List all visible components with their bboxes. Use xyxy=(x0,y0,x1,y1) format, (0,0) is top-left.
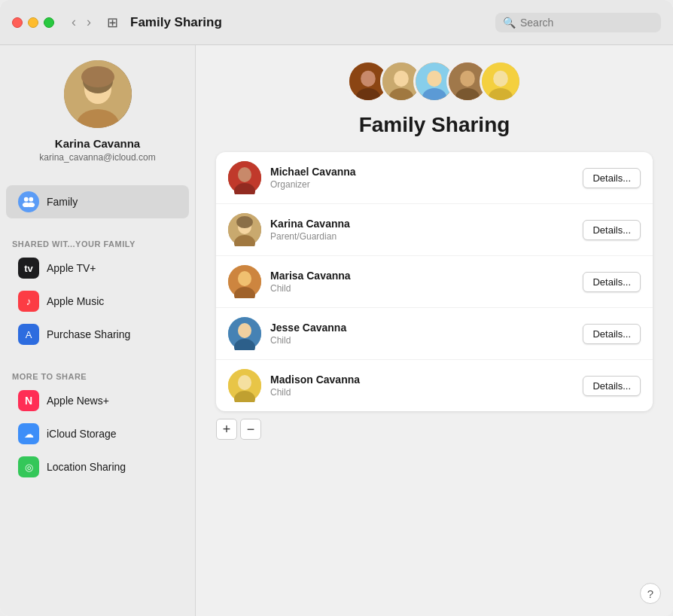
shared-section-header: SHARED WIT...YOUR FAMILY xyxy=(0,233,195,252)
close-button[interactable] xyxy=(12,17,23,28)
table-row: Madison Cavanna Child Details... xyxy=(216,360,653,411)
family-icon xyxy=(18,191,39,212)
sidebar-item-applemusic-label: Apple Music xyxy=(47,295,104,307)
details-button-1[interactable]: Details... xyxy=(583,168,641,188)
search-input[interactable] xyxy=(520,17,648,29)
forward-button[interactable]: › xyxy=(83,13,95,32)
members-list: Michael Cavanna Organizer Details... Kar… xyxy=(216,152,653,411)
bottom-controls: + − xyxy=(216,419,261,440)
location-icon: ◎ xyxy=(18,456,39,477)
search-box[interactable]: 🔍 xyxy=(495,13,661,32)
member-name-5: Madison Cavanna xyxy=(270,374,574,386)
table-row: Michael Cavanna Organizer Details... xyxy=(216,152,653,204)
details-button-5[interactable]: Details... xyxy=(583,376,641,396)
search-icon: 🔍 xyxy=(503,17,516,29)
add-member-button[interactable]: + xyxy=(216,419,237,440)
sidebar: Karina Cavanna karina_cavanna@icloud.com… xyxy=(0,45,196,616)
sidebar-item-family-label: Family xyxy=(47,196,78,208)
appletv-icon: tv xyxy=(18,258,39,279)
table-row: Jesse Cavanna Child Details... xyxy=(216,308,653,360)
sidebar-profile: Karina Cavanna karina_cavanna@icloud.com xyxy=(0,60,195,178)
sidebar-shared-section: SHARED WIT...YOUR FAMILY tv Apple TV+ ♪ … xyxy=(0,226,195,358)
svg-point-10 xyxy=(361,71,376,87)
member-role-5: Child xyxy=(270,387,574,398)
sidebar-item-applemusic[interactable]: ♪ Apple Music xyxy=(6,285,189,318)
svg-point-19 xyxy=(460,71,475,87)
main-panel: Family Sharing Michael Cavanna Organizer… xyxy=(196,45,673,616)
profile-name: Karina Cavanna xyxy=(55,137,140,150)
details-button-4[interactable]: Details... xyxy=(583,324,641,344)
sidebar-more-section: MORE TO SHARE N Apple News+ ☁ iCloud Sto… xyxy=(0,358,195,491)
member-info-1: Michael Cavanna Organizer xyxy=(270,166,574,190)
sidebar-item-location[interactable]: ◎ Location Sharing xyxy=(6,450,189,483)
sidebar-item-applenews-label: Apple News+ xyxy=(47,395,109,407)
svg-point-25 xyxy=(238,167,251,182)
member-avatar-5 xyxy=(228,369,261,402)
member-name-1: Michael Cavanna xyxy=(270,166,574,178)
sidebar-item-family[interactable]: Family xyxy=(6,185,189,218)
svg-point-16 xyxy=(427,71,442,87)
svg-point-5 xyxy=(24,197,29,202)
music-icon: ♪ xyxy=(18,291,39,312)
profile-email: karina_cavanna@icloud.com xyxy=(39,152,155,163)
sidebar-item-icloud[interactable]: ☁ iCloud Storage xyxy=(6,417,189,450)
table-row: Marisa Cavanna Child Details... xyxy=(216,256,653,308)
svg-point-32 xyxy=(238,271,251,286)
member-info-2: Karina Cavanna Parent/Guardian xyxy=(270,218,574,242)
grid-button[interactable]: ⊞ xyxy=(102,13,123,32)
svg-point-30 xyxy=(236,216,253,228)
titlebar: ‹ › ⊞ Family Sharing 🔍 xyxy=(0,0,673,45)
member-role-1: Organizer xyxy=(270,179,574,190)
sidebar-item-applenews[interactable]: N Apple News+ xyxy=(6,384,189,417)
sidebar-main-section: Family xyxy=(0,178,195,226)
more-section-header: MORE TO SHARE xyxy=(0,366,195,384)
help-button[interactable]: ? xyxy=(640,583,661,604)
svg-point-6 xyxy=(29,197,33,202)
content-area: Karina Cavanna karina_cavanna@icloud.com… xyxy=(0,45,673,616)
details-button-3[interactable]: Details... xyxy=(583,272,641,292)
purchase-icon: A xyxy=(18,324,39,345)
svg-point-22 xyxy=(493,71,508,87)
sidebar-item-purchase-label: Purchase Sharing xyxy=(47,328,130,340)
details-button-2[interactable]: Details... xyxy=(583,220,641,240)
back-button[interactable]: ‹ xyxy=(68,13,80,32)
main-window: ‹ › ⊞ Family Sharing 🔍 xyxy=(0,0,673,616)
icloud-icon: ☁ xyxy=(18,423,39,444)
news-icon: N xyxy=(18,390,39,411)
member-role-2: Parent/Guardian xyxy=(270,231,574,242)
member-role-3: Child xyxy=(270,283,574,294)
member-name-3: Marisa Cavanna xyxy=(270,270,574,282)
member-name-4: Jesse Cavanna xyxy=(270,322,574,334)
family-avatars xyxy=(347,60,522,102)
table-row: Karina Cavanna Parent/Guardian Details..… xyxy=(216,204,653,256)
sidebar-item-purchase[interactable]: A Purchase Sharing xyxy=(6,318,189,351)
member-name-2: Karina Cavanna xyxy=(270,218,574,230)
sidebar-item-appletv-label: Apple TV+ xyxy=(47,262,96,274)
svg-point-4 xyxy=(81,66,114,87)
family-avatar-5 xyxy=(480,60,522,102)
member-avatar-4 xyxy=(228,317,261,350)
section-title: Family Sharing xyxy=(359,113,510,137)
member-info-5: Madison Cavanna Child xyxy=(270,374,574,398)
nav-buttons: ‹ › xyxy=(68,13,95,32)
sidebar-item-icloud-label: iCloud Storage xyxy=(47,428,117,440)
svg-point-13 xyxy=(394,71,409,87)
svg-point-35 xyxy=(238,323,251,338)
member-avatar-3 xyxy=(228,265,261,298)
traffic-lights xyxy=(12,17,54,28)
remove-member-button[interactable]: − xyxy=(240,419,261,440)
fullscreen-button[interactable] xyxy=(44,17,54,28)
sidebar-item-appletv[interactable]: tv Apple TV+ xyxy=(6,252,189,285)
member-info-4: Jesse Cavanna Child xyxy=(270,322,574,346)
minimize-button[interactable] xyxy=(28,17,38,28)
member-info-3: Marisa Cavanna Child xyxy=(270,270,574,294)
sidebar-item-location-label: Location Sharing xyxy=(47,461,126,473)
member-role-4: Child xyxy=(270,335,574,346)
member-avatar-1 xyxy=(228,161,261,194)
avatar xyxy=(64,60,132,128)
member-avatar-2 xyxy=(228,213,261,246)
window-title: Family Sharing xyxy=(130,15,488,30)
svg-point-38 xyxy=(238,375,251,390)
avatar-image xyxy=(64,60,132,128)
